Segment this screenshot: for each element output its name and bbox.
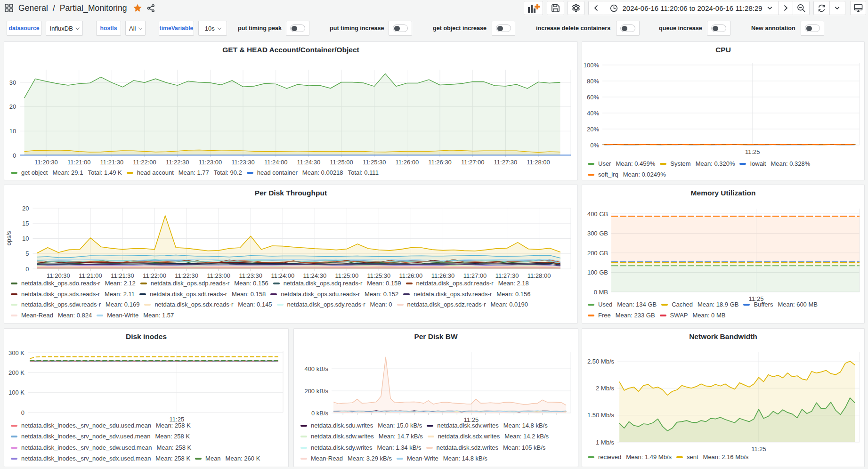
svg-text:300 K: 300 K [8,349,24,356]
svg-text:11:27:00: 11:27:00 [463,272,487,279]
svg-text:5: 5 [25,250,29,257]
svg-text:11:27:30: 11:27:30 [494,159,518,166]
svg-text:100%: 100% [584,62,600,69]
svg-text:11:27:00: 11:27:00 [461,159,485,166]
svg-text:11:26:00: 11:26:00 [399,272,423,279]
svg-text:200 kB/s: 200 kB/s [304,388,328,395]
svg-text:200 GB: 200 GB [587,250,608,257]
svg-text:0 kB/s: 0 kB/s [311,410,329,417]
svg-text:11:25:30: 11:25:30 [367,272,391,279]
svg-text:400 kB/s: 400 kB/s [304,365,328,372]
svg-text:11:23:00: 11:23:00 [207,272,230,279]
svg-text:2 Mb/s: 2 Mb/s [596,385,615,392]
svg-text:80%: 80% [587,78,599,85]
svg-text:20: 20 [9,103,16,110]
svg-text:0: 0 [25,266,29,273]
svg-text:11:26:30: 11:26:30 [428,159,452,166]
svg-text:ops/s: ops/s [5,231,12,246]
svg-text:40%: 40% [587,110,599,117]
svg-text:11:24:30: 11:24:30 [303,272,326,279]
svg-text:11:26:00: 11:26:00 [396,159,419,166]
svg-text:11:23:00: 11:23:00 [199,159,222,166]
svg-text:20%: 20% [587,126,599,133]
svg-text:30: 30 [9,79,16,86]
svg-text:11:20:30: 11:20:30 [47,272,70,279]
svg-text:11:24:00: 11:24:00 [264,159,288,166]
svg-text:11:25: 11:25 [751,445,766,453]
svg-text:0: 0 [21,409,24,416]
svg-text:11:25:00: 11:25:00 [330,159,353,166]
svg-text:1 Mb/s: 1 Mb/s [596,439,615,446]
svg-text:11:24:00: 11:24:00 [271,272,294,279]
svg-text:11:20:30: 11:20:30 [34,159,58,166]
svg-text:11:28:00: 11:28:00 [527,159,550,166]
svg-text:20: 20 [22,205,29,212]
svg-text:11:22:00: 11:22:00 [133,159,156,166]
svg-text:200 K: 200 K [8,369,24,376]
svg-text:2.50 Mb/s: 2.50 Mb/s [587,358,615,365]
svg-text:11:24:30: 11:24:30 [297,159,321,166]
svg-text:11:27:30: 11:27:30 [495,272,519,279]
svg-text:11:25:30: 11:25:30 [363,159,386,166]
svg-text:11:25: 11:25 [745,148,760,155]
svg-text:11:21:30: 11:21:30 [100,159,124,166]
svg-text:11:21:00: 11:21:00 [67,159,91,166]
svg-text:11:23:30: 11:23:30 [231,159,255,166]
svg-text:0%: 0% [590,142,599,149]
svg-text:11:22:00: 11:22:00 [143,272,166,279]
svg-text:11:22:30: 11:22:30 [175,272,198,279]
svg-text:0: 0 [13,152,16,159]
svg-text:10: 10 [9,128,16,135]
svg-text:10: 10 [22,235,29,242]
svg-text:11:26:30: 11:26:30 [431,272,455,279]
svg-text:11:25:00: 11:25:00 [335,272,359,279]
svg-text:60%: 60% [587,94,599,101]
svg-text:11:22:30: 11:22:30 [166,159,189,166]
svg-text:11:21:30: 11:21:30 [111,272,134,279]
svg-text:400 GB: 400 GB [587,210,608,218]
svg-text:11:23:30: 11:23:30 [239,272,262,279]
svg-text:11:21:00: 11:21:00 [79,272,102,279]
svg-text:0 MB: 0 MB [594,289,608,296]
svg-text:11:28:00: 11:28:00 [527,272,551,279]
svg-text:15: 15 [22,220,29,227]
svg-text:100 GB: 100 GB [587,269,608,276]
svg-text:1.50 Mb/s: 1.50 Mb/s [587,412,615,419]
svg-text:100 K: 100 K [8,389,24,396]
svg-text:300 GB: 300 GB [587,230,608,237]
